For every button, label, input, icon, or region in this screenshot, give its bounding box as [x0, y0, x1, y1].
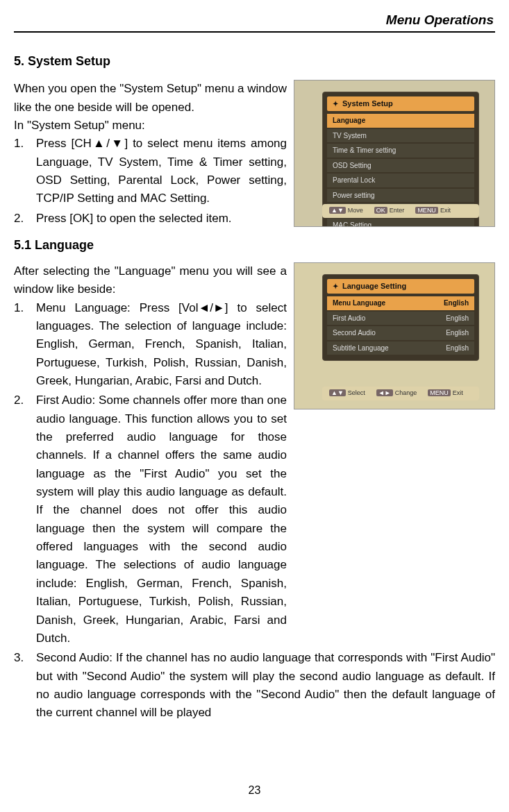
- screenshot-panel-title: System Setup: [342, 98, 393, 110]
- page-number: 23: [0, 782, 509, 800]
- menu-row: Power setting: [327, 189, 474, 203]
- list-number: 2.: [14, 210, 36, 228]
- screenshot-hint-bar: ▲▼Select ◄►Change MENUExit: [322, 387, 479, 400]
- list-text: Second Audio: If the channel has no audi…: [36, 649, 495, 722]
- list-text: Press [OK] to open the selected item.: [36, 210, 287, 228]
- menu-row: Language: [327, 114, 474, 128]
- list-text: First Audio: Some channels offer more th…: [36, 391, 287, 648]
- menu-row: Subtitle LanguageEnglish: [327, 341, 474, 355]
- page-header-title: Menu Operations: [14, 10, 495, 30]
- menu-row: OSD Setting: [327, 159, 474, 173]
- list-number: 1.: [14, 135, 36, 208]
- screenshot-hint-bar: ▲▼Move OKEnter MENUExit: [322, 204, 479, 218]
- menu-row: MAC Setting: [327, 219, 474, 227]
- section-5-1-heading: 5.1 Language: [14, 236, 495, 255]
- system-setup-screenshot: System Setup Language TV System Time & T…: [294, 80, 495, 227]
- screenshot-panel-title: Language Setting: [342, 280, 406, 292]
- menu-row: Time & Timer setting: [327, 144, 474, 158]
- menu-row: TV System: [327, 129, 474, 143]
- menu-row: Parental Lock: [327, 174, 474, 187]
- list-number: 1.: [14, 299, 36, 391]
- header-rule: [14, 31, 495, 33]
- list-text: Press [CH▲/▼] to select menu items among…: [36, 135, 287, 208]
- menu-row: Menu LanguageEnglish: [327, 296, 474, 310]
- list-text: Menu Language: Press [Vol◄/►] to select …: [36, 299, 287, 391]
- section-5-heading: 5. System Setup: [14, 52, 495, 71]
- language-setting-screenshot: Language Setting Menu LanguageEnglish Fi…: [294, 262, 495, 409]
- menu-row: Second AudioEnglish: [327, 326, 474, 340]
- list-number: 2.: [14, 391, 36, 648]
- list-number: 3.: [14, 649, 36, 722]
- menu-row: First AudioEnglish: [327, 312, 474, 325]
